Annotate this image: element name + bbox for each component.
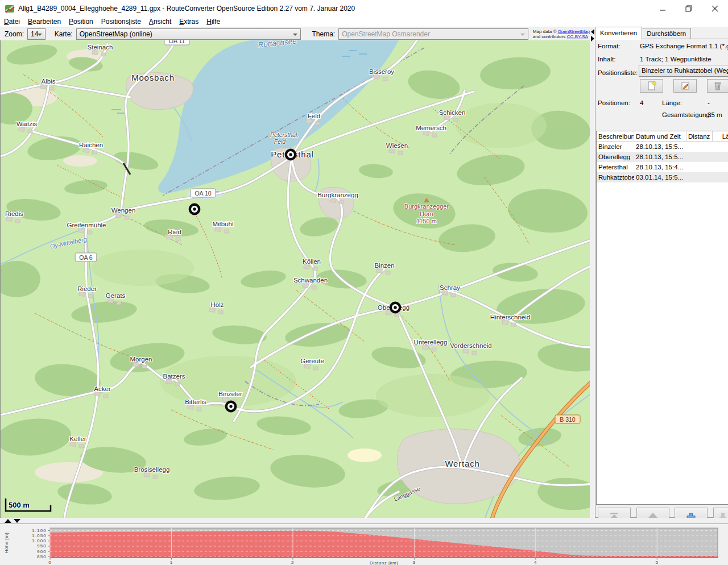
building bbox=[502, 320, 508, 325]
column-header: Beschreibung bbox=[597, 131, 634, 142]
collapse-chart-icon[interactable] bbox=[14, 519, 20, 523]
new-positionlist-button[interactable] bbox=[640, 79, 663, 93]
title-bar: Allg1_B4289_0004_Ellegghoehe_4289_11.gpx… bbox=[0, 0, 728, 18]
building bbox=[176, 238, 180, 241]
place-label: Bisseroy bbox=[369, 68, 394, 75]
place-label: Schicken bbox=[439, 109, 466, 116]
positionsliste-label: Positionsliste: bbox=[598, 69, 638, 76]
building bbox=[209, 308, 216, 312]
menu-bearbeiten[interactable]: Bearbeiten bbox=[24, 17, 65, 27]
place-label: Unterellegg bbox=[414, 339, 448, 346]
laenge-label: Länge: bbox=[662, 99, 682, 106]
building bbox=[306, 119, 312, 123]
building bbox=[94, 392, 101, 396]
building bbox=[197, 408, 201, 411]
place-label: Riedis bbox=[5, 210, 23, 217]
table-row[interactable]: Ruhkatztobel03.01.14, 15:5...1 bbox=[597, 172, 728, 182]
x-tick-label: 3 bbox=[413, 560, 416, 565]
building bbox=[313, 367, 318, 370]
building bbox=[451, 293, 456, 297]
expand-chart-icon[interactable] bbox=[5, 519, 11, 523]
y-tick-label: 850 bbox=[37, 554, 47, 559]
laenge-value: - bbox=[708, 99, 710, 106]
positionen-label: Positionen: bbox=[598, 99, 630, 106]
table-cell: 1 bbox=[713, 142, 728, 152]
restore-icon[interactable] bbox=[676, 0, 702, 17]
waypoint-marker-dot bbox=[229, 405, 232, 408]
menu-positionsliste[interactable]: Positionsliste bbox=[97, 17, 145, 27]
table-cell bbox=[686, 172, 713, 182]
map-select[interactable]: OpenStreetMap (online) bbox=[76, 28, 301, 40]
tab-konvertieren[interactable]: Konvertieren bbox=[595, 27, 642, 40]
positionsliste-select[interactable]: Binzeler to Ruhkatztobel (Wegp bbox=[639, 65, 728, 77]
building bbox=[79, 444, 84, 448]
building bbox=[224, 230, 229, 233]
building bbox=[383, 77, 387, 81]
building bbox=[125, 216, 129, 219]
collapse-left-icon[interactable] bbox=[591, 29, 594, 35]
building bbox=[432, 348, 436, 351]
menu-extras[interactable]: Extras bbox=[175, 17, 202, 27]
building bbox=[167, 235, 173, 239]
menu-datei[interactable]: Datei bbox=[0, 17, 24, 27]
table-row[interactable]: Binzeler28.10.13, 15:5...1 bbox=[597, 142, 728, 152]
menu-bar: DateiBearbeitenPositionPositionslisteAns… bbox=[0, 17, 728, 27]
table-header-row: BeschreibungDatum und ZeitDistanzLän bbox=[597, 131, 728, 142]
format-label: Format: bbox=[598, 43, 621, 49]
map-attribution: Map data © OpenStreetMap and contributor… bbox=[533, 29, 590, 39]
table-cell: Petersthal bbox=[597, 162, 634, 172]
place-label: Greifenmühle bbox=[67, 222, 106, 229]
tab-durchstöbern[interactable]: Durchstöbern bbox=[642, 28, 691, 40]
table-row[interactable]: Oberellegg28.10.13, 15:5...1 bbox=[597, 152, 728, 162]
place-label: Keller bbox=[69, 435, 86, 442]
table-cell bbox=[686, 142, 713, 152]
elevation-profile-chart[interactable]: 8509009501.0001.0501.100012345Distanz [k… bbox=[0, 524, 728, 565]
waypoint-marker-dot bbox=[193, 207, 196, 210]
place-label: Wiesen bbox=[386, 142, 408, 149]
delete-positionlist-button[interactable] bbox=[707, 79, 728, 93]
ccbysa-link[interactable]: CC-BY-SA bbox=[566, 34, 588, 39]
place-label: Hinterschneid bbox=[490, 314, 530, 321]
building bbox=[463, 348, 469, 353]
elevation-profile-panel: 8509009501.0001.0501.100012345Distanz [k… bbox=[0, 524, 728, 565]
edit-positionlist-icon bbox=[680, 81, 690, 91]
menu-hilfe[interactable]: Hilfe bbox=[202, 17, 224, 27]
map-chart-splitter[interactable] bbox=[0, 518, 728, 524]
road-ref-label: OA 11 bbox=[169, 40, 185, 44]
map-panel-splitter[interactable] bbox=[590, 27, 595, 518]
edit-positionlist-button[interactable] bbox=[673, 79, 697, 93]
minimize-icon[interactable] bbox=[650, 0, 676, 17]
place-label: Waitzis bbox=[16, 121, 38, 127]
positions-table[interactable]: BeschreibungDatum und ZeitDistanzLänBinz… bbox=[596, 131, 728, 505]
close-icon[interactable] bbox=[702, 0, 728, 17]
place-label: Feld bbox=[308, 113, 320, 119]
format-value: GPS Exchange Format 1.1 (*.gp bbox=[640, 43, 728, 49]
new-positionlist-icon bbox=[647, 81, 657, 91]
place-label: Batzers bbox=[163, 373, 185, 380]
table-row[interactable]: Petersthal28.10.13, 15:4...1 bbox=[597, 162, 728, 172]
panel-tabs: KonvertierenDurchstöbern bbox=[595, 27, 691, 39]
inhalt-value: 1 Track; 1 Wegpunktliste bbox=[640, 56, 712, 63]
map-view[interactable]: OA 11SteinachRottachseeBisseroyMoosbachA… bbox=[0, 40, 590, 518]
building bbox=[79, 292, 85, 296]
place-label: Mitbühl bbox=[212, 221, 233, 227]
building bbox=[142, 365, 147, 368]
menu-ansicht[interactable]: Ansicht bbox=[145, 17, 175, 27]
chevron-down-icon bbox=[293, 34, 297, 36]
openstreetmap-link[interactable]: OpenStreetMap bbox=[558, 29, 590, 34]
place-label: Horn bbox=[420, 210, 433, 217]
y-tick-label: 1.000 bbox=[32, 538, 47, 543]
building bbox=[107, 298, 114, 303]
map-canvas[interactable]: OA 11SteinachRottachseeBisseroyMoosbachA… bbox=[1, 40, 590, 518]
building bbox=[101, 53, 106, 56]
zoom-select[interactable]: 14 bbox=[27, 28, 46, 40]
place-label: Rieder bbox=[77, 285, 97, 292]
building bbox=[374, 74, 380, 79]
collapse-right-icon[interactable] bbox=[591, 36, 594, 41]
building bbox=[28, 130, 32, 133]
place-label: Albis bbox=[42, 78, 56, 85]
zoom-label: Zoom: bbox=[5, 30, 24, 38]
road-ref-label: OA 10 bbox=[195, 190, 211, 197]
menu-position[interactable]: Position bbox=[65, 17, 97, 27]
place-label: Morgen bbox=[130, 356, 152, 363]
